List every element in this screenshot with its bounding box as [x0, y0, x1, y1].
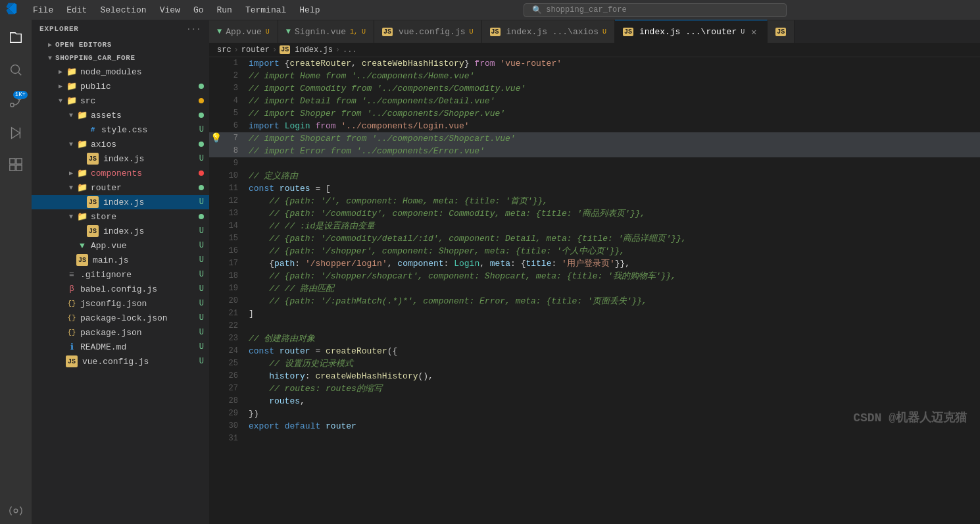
- tree-vue-config[interactable]: ▶ JS vue.config.js U: [32, 354, 209, 369]
- sidebar-actions[interactable]: ···: [187, 25, 201, 33]
- tree-package-json[interactable]: ▶ {} package.json U: [32, 325, 209, 340]
- line-num-8: 8: [222, 145, 249, 157]
- more-icon[interactable]: ···: [187, 25, 201, 33]
- code-line-14: 14 // // :id是设置路由变量: [209, 220, 980, 232]
- tab-app-vue-label: App.vue: [226, 27, 262, 37]
- menu-terminal[interactable]: Terminal: [240, 4, 291, 16]
- line-num-23: 23: [222, 332, 249, 345]
- public-arrow: ▶: [55, 81, 66, 92]
- gutter-7: 💡: [209, 132, 222, 145]
- tree-router-index[interactable]: ▶ JS index.js U: [32, 195, 209, 209]
- tree-main-js[interactable]: ▶ JS main.js U: [32, 253, 209, 267]
- tab-vue-config-dirty: U: [470, 28, 474, 36]
- tree-style-css[interactable]: ▶ # style.css U: [32, 122, 209, 137]
- code-editor[interactable]: 1 import {createRouter, createWebHashHis…: [209, 57, 980, 524]
- tab-signin-vue[interactable]: ▼ Signin.vue 1, U: [278, 20, 374, 43]
- tree-app-vue[interactable]: ▶ ▼ App.vue U: [32, 238, 209, 253]
- tab-more[interactable]: JS: [768, 20, 795, 43]
- search-text: shopping_car_fore: [546, 5, 626, 14]
- tree-babel-config[interactable]: ▶ β babel.config.js U: [32, 282, 209, 296]
- activity-search[interactable]: [3, 57, 29, 83]
- activity-remote[interactable]: [3, 498, 29, 524]
- store-label: store: [91, 212, 199, 222]
- breadcrumb-router[interactable]: router: [241, 45, 270, 55]
- src-dot: [199, 98, 204, 103]
- menu-edit[interactable]: Edit: [61, 4, 92, 16]
- explorer-title: EXPLORER: [39, 25, 79, 33]
- breadcrumb-sep2: ›: [272, 45, 277, 55]
- activity-extensions[interactable]: [3, 151, 29, 178]
- tree-gitignore[interactable]: ▶ ≡ .gitignore U: [32, 267, 209, 282]
- line-content-12: // {path: '/', component: Home, meta: {t…: [249, 195, 980, 207]
- tab-axios-index[interactable]: JS index.js ...\axios U: [482, 20, 615, 43]
- tree-readme[interactable]: ▶ ℹ README.md U: [32, 340, 209, 354]
- json-icon: {}: [66, 327, 78, 338]
- global-search-bar[interactable]: 🔍 shopping_car_fore: [524, 3, 787, 17]
- line-content-30: export default router: [249, 420, 980, 432]
- tree-public[interactable]: ▶ 📁 public: [32, 79, 209, 93]
- menu-view[interactable]: View: [155, 4, 185, 16]
- menu-file[interactable]: File: [28, 4, 59, 16]
- line-num-25: 25: [222, 357, 249, 370]
- menu-help[interactable]: Help: [294, 4, 325, 16]
- menu-run[interactable]: Run: [211, 4, 237, 16]
- code-line-20: 20 // {path: '/:pathMatch(.*)*', compone…: [209, 295, 980, 307]
- gitignore-label: .gitignore: [80, 270, 199, 280]
- tree-components[interactable]: ▶ 📁 components: [32, 166, 209, 180]
- tree-router[interactable]: ▼ 📁 router: [32, 180, 209, 195]
- tree-node-modules[interactable]: ▶ 📁 node_modules: [32, 65, 209, 79]
- code-line-31: 31: [209, 432, 980, 445]
- code-line-12: 12 // {path: '/', component: Home, meta:…: [209, 195, 980, 207]
- babel-icon: β: [66, 283, 78, 295]
- activity-explorer[interactable]: [3, 25, 29, 51]
- menu-selection[interactable]: Selection: [95, 4, 151, 16]
- tab-vue-config-label: vue.config.js: [399, 27, 465, 37]
- gitignore-icon: ≡: [66, 269, 78, 280]
- router-index-label: index.js: [103, 197, 199, 207]
- line-num-15: 15: [222, 232, 249, 245]
- svg-rect-8: [10, 165, 15, 170]
- tree-package-lock[interactable]: ▶ {} package-lock.json U: [32, 311, 209, 325]
- src-arrow: ▼: [55, 95, 66, 106]
- tree-store[interactable]: ▼ 📁 store: [32, 209, 209, 224]
- line-content-4: // import Detail from '../components/Det…: [249, 95, 980, 107]
- code-line-15: 15 // {path: '/commodity/detail/:id', co…: [209, 232, 980, 245]
- breadcrumb-file[interactable]: index.js: [295, 45, 333, 55]
- tree-axios-index[interactable]: ▶ JS index.js U: [32, 151, 209, 166]
- json-icon: {}: [66, 298, 78, 309]
- babel-config-label: babel.config.js: [80, 284, 199, 294]
- vue-tab-icon: ▼: [286, 27, 291, 36]
- package-json-label: package.json: [80, 328, 199, 338]
- code-line-4: 4 // import Detail from '../components/D…: [209, 95, 980, 107]
- line-content-7: // import Shopcart from '../components/S…: [249, 132, 980, 145]
- code-line-6: 6 import Login from '../components/Login…: [209, 120, 980, 132]
- line-num-18: 18: [222, 270, 249, 282]
- folder-icon: 📁: [76, 182, 88, 194]
- tab-app-vue[interactable]: ▼ App.vue U: [209, 20, 278, 43]
- line-content-21: ]: [249, 307, 980, 320]
- open-editors-label: OPEN EDITORS: [55, 41, 209, 49]
- tab-router-index[interactable]: JS index.js ...\router U ✕: [615, 20, 768, 43]
- menu-go[interactable]: Go: [188, 4, 209, 16]
- tree-assets[interactable]: ▼ 📁 assets: [32, 108, 209, 122]
- project-root[interactable]: ▼ SHOPPING_CAR_FORE: [32, 51, 209, 65]
- line-content-17: {path: '/shopper/login', component: Logi…: [249, 257, 980, 270]
- activity-source-control[interactable]: 1K+: [3, 88, 29, 115]
- tree-src[interactable]: ▼ 📁 src: [32, 93, 209, 108]
- svg-rect-7: [16, 159, 22, 164]
- router-arrow: ▼: [66, 182, 76, 193]
- line-content-11: const routes = [: [249, 182, 980, 195]
- tree-jsconfig[interactable]: ▶ {} jsconfig.json U: [32, 296, 209, 311]
- lightbulb-icon[interactable]: 💡: [210, 132, 222, 145]
- tab-vue-config[interactable]: JS vue.config.js U: [374, 20, 481, 43]
- tree-store-index[interactable]: ▶ JS index.js U: [32, 224, 209, 238]
- tab-router-close[interactable]: ✕: [748, 26, 759, 37]
- tree-axios[interactable]: ▼ 📁 axios: [32, 137, 209, 151]
- code-line-28: 28 routes,: [209, 395, 980, 407]
- line-content-3: // import Commodity from '../components/…: [249, 82, 980, 95]
- line-content-15: // {path: '/commodity/detail/:id', compo…: [249, 232, 980, 245]
- open-editors-section[interactable]: ▶ OPEN EDITORS: [32, 38, 209, 51]
- breadcrumb-src[interactable]: src: [217, 45, 232, 55]
- menu-bar: File Edit Selection View Go Run Terminal…: [28, 4, 326, 16]
- activity-run[interactable]: [3, 120, 29, 146]
